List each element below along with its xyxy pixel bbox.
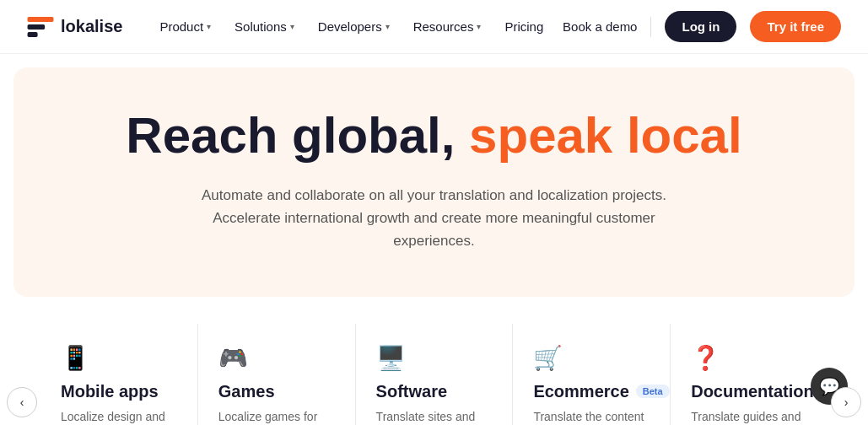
games-icon: 🎮	[218, 344, 335, 372]
cards-container: 📱 Mobile apps Localize design and UI cop…	[0, 324, 868, 425]
ecommerce-icon: 🛒	[533, 344, 650, 372]
login-button[interactable]: Log in	[665, 11, 736, 42]
hero-section: Reach global, speak local Automate and c…	[13, 67, 855, 297]
mobile-icon: 📱	[61, 344, 177, 372]
card-games-title: Games	[218, 382, 335, 401]
card-mobile-title: Mobile apps	[61, 382, 177, 401]
nav-item-resources[interactable]: Resources ▾	[403, 13, 492, 40]
card-mobile-desc: Localize design and UI copy for iOS and …	[61, 408, 177, 425]
nav-item-product[interactable]: Product ▾	[149, 13, 221, 40]
card-ecommerce: 🛒 Ecommerce Beta Translate the content o…	[513, 324, 671, 425]
cards-prev-button[interactable]: ‹	[7, 387, 37, 417]
chevron-down-icon: ▾	[207, 22, 211, 31]
cards-next-button[interactable]: ›	[831, 387, 861, 417]
nav-item-developers[interactable]: Developers ▾	[308, 13, 400, 40]
documentation-icon: ❓	[691, 344, 807, 372]
card-documentation-title: Documentation	[691, 382, 807, 401]
brand-name: lokalise	[61, 17, 122, 36]
beta-badge: Beta	[636, 385, 670, 398]
book-demo-button[interactable]: Book a demo	[563, 19, 637, 34]
navbar: lokalise Product ▾ Solutions ▾ Developer…	[0, 0, 868, 54]
logo-icon	[27, 17, 54, 37]
card-games: 🎮 Games Localize games for players in ev…	[198, 324, 356, 425]
svg-rect-0	[28, 17, 54, 22]
nav-divider	[650, 17, 651, 37]
cards-section: ‹ 📱 Mobile apps Localize design and UI c…	[0, 310, 868, 425]
chevron-down-icon: ▾	[477, 22, 481, 31]
software-icon: 🖥️	[376, 344, 493, 372]
nav-right: Book a demo Log in Try it free	[563, 11, 841, 42]
logo[interactable]: lokalise	[27, 17, 122, 37]
card-documentation-desc: Translate guides and FAQs into every lan…	[691, 408, 807, 425]
card-ecommerce-desc: Translate the content of your online sto…	[533, 408, 650, 425]
nav-item-solutions[interactable]: Solutions ▾	[224, 13, 305, 40]
hero-subtitle: Automate and collaborate on all your tra…	[198, 184, 671, 253]
nav-item-pricing[interactable]: Pricing	[494, 13, 553, 40]
card-ecommerce-title: Ecommerce Beta	[533, 382, 650, 401]
svg-rect-2	[28, 32, 38, 37]
card-games-desc: Localize games for players in every mark…	[218, 408, 335, 425]
hero-title: Reach global, speak local	[34, 108, 834, 164]
chevron-down-icon: ▾	[385, 22, 390, 31]
chevron-down-icon: ▾	[290, 22, 294, 31]
try-free-button[interactable]: Try it free	[750, 11, 841, 42]
card-mobile: 📱 Mobile apps Localize design and UI cop…	[40, 324, 198, 425]
card-software-title: Software	[376, 382, 493, 401]
card-documentation: ❓ Documentation Translate guides and FAQ…	[671, 324, 828, 425]
nav-links: Product ▾ Solutions ▾ Developers ▾ Resou…	[149, 13, 563, 40]
hero-title-highlight: speak local	[469, 107, 742, 164]
card-software: 🖥️ Software Translate sites and apps, se…	[356, 324, 514, 425]
card-software-desc: Translate sites and apps, server- or cli…	[376, 408, 493, 425]
svg-rect-1	[28, 24, 46, 30]
